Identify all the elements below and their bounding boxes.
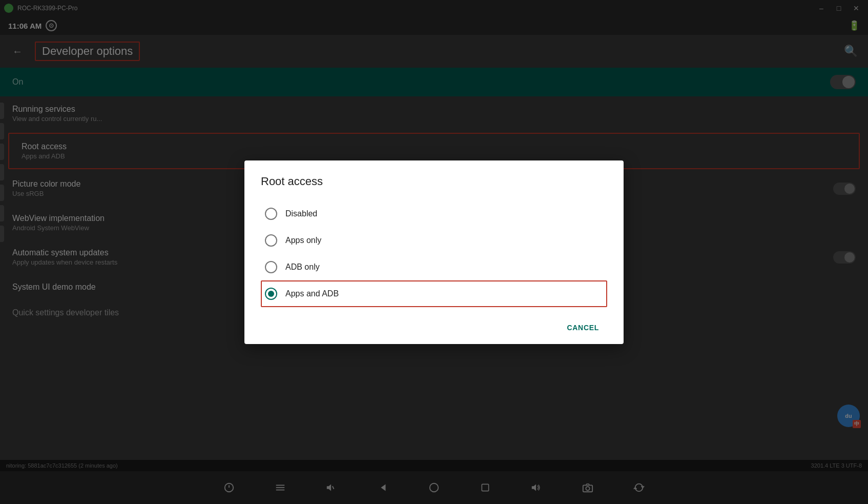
radio-label-apps-only: Apps only <box>285 236 321 245</box>
cancel-button[interactable]: CANCEL <box>559 319 607 336</box>
radio-option-apps-only[interactable]: Apps only <box>261 227 607 254</box>
radio-label-adb-only: ADB only <box>285 263 320 272</box>
radio-label-apps-and-adb: Apps and ADB <box>285 289 339 298</box>
radio-outer-adb-only <box>265 261 277 273</box>
radio-outer-disabled <box>265 208 277 220</box>
radio-label-disabled: Disabled <box>285 209 317 218</box>
radio-outer-apps-only <box>265 234 277 247</box>
radio-option-apps-and-adb[interactable]: Apps and ADB <box>261 280 607 307</box>
radio-outer-apps-and-adb <box>265 288 277 300</box>
dialog-title: Root access <box>261 175 607 188</box>
dialog-actions: CANCEL <box>261 315 607 336</box>
root-access-dialog: Root access Disabled Apps only ADB only … <box>244 160 624 344</box>
radio-option-disabled[interactable]: Disabled <box>261 200 607 227</box>
radio-inner-apps-and-adb <box>268 291 274 297</box>
radio-option-adb-only[interactable]: ADB only <box>261 254 607 280</box>
dialog-overlay: Root access Disabled Apps only ADB only … <box>0 0 868 504</box>
